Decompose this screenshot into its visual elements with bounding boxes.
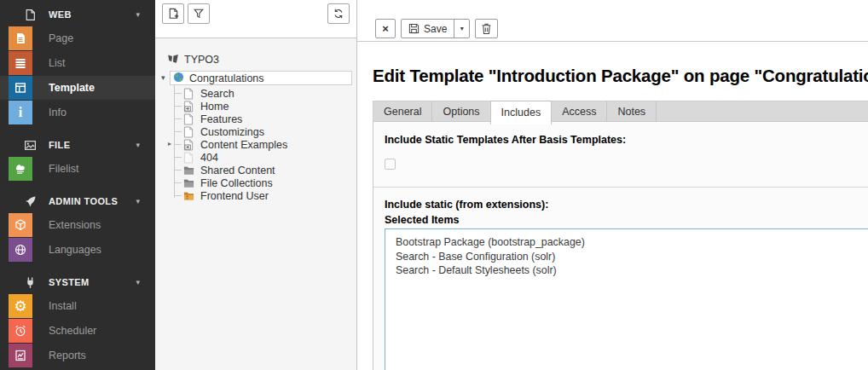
tab-general[interactable]: General xyxy=(373,101,432,121)
save-dropdown-button[interactable]: ▾ xyxy=(454,19,470,38)
doc-header: × Save ▾ xyxy=(357,0,868,42)
tree-node-file-collections[interactable]: File Collections xyxy=(183,176,356,189)
sidebar-item-page[interactable]: Page xyxy=(0,26,155,50)
tree-node-label: Features xyxy=(200,113,242,125)
page-shortcut-icon xyxy=(183,139,194,151)
list-item[interactable]: Bootstrap Package (bootstrap_package) xyxy=(396,235,868,250)
tree-node-shared-content[interactable]: Shared Content xyxy=(183,164,356,176)
sidebar-item-label: List xyxy=(49,57,65,69)
section-header-system[interactable]: SYSTEM ▾ xyxy=(0,270,155,294)
clock-icon xyxy=(9,319,32,343)
typo3-logo-icon xyxy=(167,54,179,66)
tree-node-home[interactable]: Home xyxy=(183,100,356,113)
filelist-icon xyxy=(9,157,32,181)
section-header-web[interactable]: WEB ▾ xyxy=(0,3,155,26)
selected-items-label: Selected Items xyxy=(385,214,868,227)
section-label: ADMIN TOOLS xyxy=(49,196,118,206)
tree-root-label: TYPO3 xyxy=(184,54,219,66)
sidebar-item-label: Page xyxy=(49,32,73,44)
frontend-user-folder-icon xyxy=(183,190,194,202)
tab-options[interactable]: Options xyxy=(432,101,490,121)
chart-report-icon xyxy=(9,344,32,367)
section-label: SYSTEM xyxy=(49,277,90,287)
tree-node-selected[interactable]: ▾ Congratulations xyxy=(170,71,352,85)
tab-bar: General Options Includes Access Notes xyxy=(373,101,868,121)
tab-includes[interactable]: Includes xyxy=(490,101,553,124)
section-header-admin-tools[interactable]: ADMIN TOOLS ▾ xyxy=(0,189,155,213)
sidebar-item-install[interactable]: ⚙ Install xyxy=(0,294,155,318)
tree-node-label: Search xyxy=(200,88,234,100)
collapse-chevron-icon: ▾ xyxy=(136,197,140,205)
sidebar-item-template[interactable]: Template xyxy=(0,76,155,100)
page-doc-icon xyxy=(183,113,194,125)
typo3-backend: WEB ▾ Page List Template i Info xyxy=(0,0,868,370)
tree-node-features[interactable]: Features xyxy=(183,113,356,125)
sidebar-item-filelist[interactable]: Filelist xyxy=(0,157,155,181)
tree-node-search[interactable]: Search xyxy=(183,87,356,100)
sidebar-item-extensions[interactable]: Extensions xyxy=(0,213,155,237)
page-shortcut-icon xyxy=(183,101,194,113)
sidebar-item-scheduler[interactable]: Scheduler xyxy=(0,319,155,343)
tree-node-404[interactable]: 404 xyxy=(183,151,356,164)
gear-icon: ⚙ xyxy=(9,294,32,318)
sidebar-item-label: Filelist xyxy=(49,163,78,175)
tree-node-label: Content Examples xyxy=(200,139,287,151)
sidebar-item-list[interactable]: List xyxy=(0,51,155,75)
include-static-label: Include static (from extensions): xyxy=(385,199,868,211)
delete-button[interactable] xyxy=(475,19,498,38)
tree-root-node[interactable]: TYPO3 xyxy=(155,51,356,68)
refresh-icon xyxy=(333,8,344,20)
collapse-chevron-icon: ▾ xyxy=(136,10,140,19)
globe-page-icon xyxy=(173,72,184,85)
cube-icon xyxy=(9,213,32,237)
rocket-icon xyxy=(23,194,37,208)
tree-node-label: Congratulations xyxy=(189,72,264,84)
page-doc-icon xyxy=(183,126,194,138)
floppy-save-icon xyxy=(408,23,420,34)
basis-templates-label: Include Static Templates After Basis Tem… xyxy=(385,134,868,147)
tree-guide-line xyxy=(174,84,175,198)
save-button[interactable]: Save xyxy=(401,19,454,38)
tree-node-content-examples[interactable]: ▸ Content Examples xyxy=(183,138,356,151)
tab-access[interactable]: Access xyxy=(552,101,607,121)
filter-funnel-icon xyxy=(193,8,205,20)
expand-open-icon[interactable]: ▾ xyxy=(161,73,165,82)
section-header-file[interactable]: FILE ▾ xyxy=(0,133,155,157)
basis-templates-checkbox[interactable] xyxy=(385,159,396,170)
folder-icon xyxy=(183,165,194,176)
folder-icon xyxy=(183,177,194,189)
list-item[interactable]: Search - Default Stylesheets (solr) xyxy=(396,263,868,278)
sidebar-item-label: Languages xyxy=(49,244,101,256)
page-doc-hidden-icon xyxy=(183,152,194,164)
trash-icon xyxy=(481,22,492,35)
content-area: × Save ▾ Edit Template "Introduction Pac… xyxy=(357,0,868,370)
collapse-chevron-icon: ▾ xyxy=(136,141,140,149)
section-label: WEB xyxy=(49,9,72,20)
tab-panel-includes: Include Static Templates After Basis Tem… xyxy=(373,121,868,370)
tree-node-customizings[interactable]: Customizings xyxy=(183,125,356,138)
tab-notes[interactable]: Notes xyxy=(607,101,657,121)
filter-button[interactable] xyxy=(188,3,210,24)
sidebar-item-label: Scheduler xyxy=(49,325,96,337)
plug-icon xyxy=(23,275,37,289)
info-icon: i xyxy=(9,101,32,124)
sidebar-item-languages[interactable]: Languages xyxy=(0,238,155,262)
save-button-label: Save xyxy=(424,23,447,35)
tree-toolbar xyxy=(155,0,356,38)
tree-node-frontend-user[interactable]: Frontend User xyxy=(183,189,356,202)
page-title: Edit Template "Introduction Package" on … xyxy=(373,66,868,86)
tree-node-label: File Collections xyxy=(200,177,273,189)
tree-children: Search Home Features xyxy=(155,87,356,202)
tree-node-label: Frontend User xyxy=(200,190,269,202)
new-page-button[interactable] xyxy=(162,3,184,24)
list-item[interactable]: Search - Base Configuration (solr) xyxy=(396,250,868,264)
selected-items-listbox[interactable]: Bootstrap Package (bootstrap_package) Se… xyxy=(385,228,868,370)
close-button[interactable]: × xyxy=(375,19,396,38)
sidebar-item-info[interactable]: i Info xyxy=(0,101,155,124)
sidebar-item-label: Template xyxy=(49,82,95,94)
sidebar-item-reports[interactable]: Reports xyxy=(0,344,155,367)
document-outline-icon xyxy=(23,8,37,21)
expand-closed-icon[interactable]: ▸ xyxy=(168,140,171,147)
globe-icon xyxy=(9,238,32,262)
refresh-button[interactable] xyxy=(327,3,350,24)
